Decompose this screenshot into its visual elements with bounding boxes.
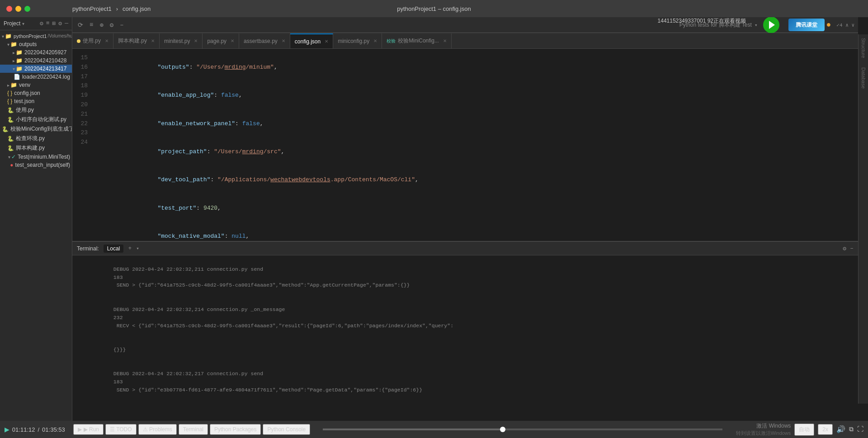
tencent-logo: 腾讯课堂 (788, 19, 825, 31)
terminal-settings-icon[interactable]: ⚙ (843, 245, 846, 252)
tab-page-py[interactable]: page.py ✕ (203, 33, 239, 48)
code-line-16: "enable_app_log": false, (94, 81, 858, 109)
sidebar-toolbar: ⚙ ≡ ⊞ ⚙ — (40, 20, 68, 27)
tree-config-json[interactable]: { } config.json (0, 89, 72, 97)
status-center: ▶ ▶ Run ☰ TODO ⚠ Problems Terminal Pytho… (70, 424, 314, 435)
terminal-line-1: DEBUG 2022-04-24 22:02:32,211 connection… (76, 257, 854, 297)
tree-folder3[interactable]: ▾ 📁 20220424213417 (0, 65, 72, 73)
split-icon[interactable]: ⊞ (52, 20, 56, 27)
sidebar-label: Project (4, 20, 20, 27)
tree-folder1[interactable]: ▸ 📁 20220424205927 (0, 48, 72, 57)
todo-button[interactable]: ☰ TODO (105, 424, 137, 435)
file-tree: ▾ 📁 pythonProject1 /Volumes/huace/APP自动化… (0, 30, 72, 171)
tree-folder2[interactable]: ▸ 📁 20220424210428 (0, 57, 72, 65)
tab-assertbase-py[interactable]: assertbase.py ✕ (239, 33, 290, 48)
sidebar-title: Project ▾ (4, 20, 24, 27)
tree-build-py[interactable]: 🐍 脚本构建.py (0, 143, 72, 153)
tab-use-py[interactable]: 使用.py ✕ (72, 33, 113, 48)
tree-check-py[interactable]: 🐍 检查环境.py (0, 134, 72, 143)
logo-area: 腾讯课堂 ● (788, 19, 831, 31)
activate-subtext: 转到设置以激活Windows (736, 430, 791, 437)
add-terminal-button[interactable]: + (128, 245, 132, 252)
tab-close-icon[interactable]: ✕ (231, 38, 234, 43)
tab-build-py[interactable]: 脚本构建.py ✕ (113, 33, 160, 48)
tab-miniconfig-py[interactable]: miniconfig.py ✕ (333, 33, 382, 48)
terminal-button[interactable]: Terminal (179, 424, 208, 435)
terminal-line-2: DEBUG 2022-04-24 22:02:32,214 connection… (76, 297, 854, 338)
sidebar-header: Project ▾ ⚙ ≡ ⊞ ⚙ — (0, 17, 72, 30)
tree-test-json[interactable]: { } test.json (0, 97, 72, 105)
python-packages-button[interactable]: Python Packages (210, 424, 261, 435)
tree-use-py[interactable]: 🐍 使用.py (0, 105, 72, 115)
tree-miniapp-py[interactable]: 🐍 小程序自动化测试.py (0, 115, 72, 124)
sync-icon[interactable]: ⟳ (76, 20, 85, 30)
split-icon[interactable]: ⊕ (98, 20, 105, 30)
structure-tab[interactable]: Structure (861, 38, 866, 58)
code-line-17: "enable_network_panel": false, (94, 110, 858, 138)
terminal-label: Terminal: (77, 245, 99, 252)
close-button[interactable] (6, 6, 12, 12)
code-line-15: "outputs": "/Users/mrding/minium", (94, 53, 858, 81)
maximize-button[interactable] (24, 6, 30, 12)
tab-verify-py[interactable]: 校验 校验MiniConfig... ✕ (382, 33, 452, 48)
auto-speed-button[interactable]: 自动 (794, 424, 814, 436)
tree-log[interactable]: 📄 loader20220424.log (0, 73, 72, 81)
tree-outputs[interactable]: ▾ 📁 outputs (0, 40, 72, 48)
progress-bar[interactable] (323, 429, 722, 430)
tab-close-icon[interactable]: ✕ (373, 38, 377, 43)
version-arrows[interactable]: ✓4 ∧ ∨ (836, 22, 854, 28)
tree-test-class[interactable]: ▾ ✓ Test(minium.MiniTest) (0, 153, 72, 161)
terminal-line-2b: {}}} (76, 338, 854, 362)
run-icon: ▶ (78, 426, 82, 433)
test-dropdown[interactable]: ▾ (755, 22, 758, 28)
database-tab[interactable]: Database (861, 67, 866, 89)
sidebar: Project ▾ ⚙ ≡ ⊞ ⚙ — ▾ 📁 pythonProject1 /… (0, 17, 72, 421)
terminal-close-icon[interactable]: – (850, 245, 854, 252)
terminal-dropdown[interactable]: ▾ (136, 245, 139, 251)
tree-verify-py[interactable]: 🐍 校验MiniConfig到底生成了什么数据.py (0, 124, 72, 134)
run-button[interactable]: ▶ ▶ Run (73, 424, 104, 435)
right-tabs: Structure Database (858, 34, 868, 404)
progress-thumb[interactable] (500, 427, 505, 432)
tab-close-icon[interactable]: ✕ (443, 38, 447, 43)
breadcrumb-project: pythonProject1 (72, 5, 112, 12)
run-play-button[interactable] (763, 17, 779, 33)
tab-close-icon[interactable]: ✕ (194, 38, 198, 43)
status-total-time: 01:35:53 (42, 426, 65, 433)
main-layout: Project ▾ ⚙ ≡ ⊞ ⚙ — ▾ 📁 pythonProject1 /… (0, 17, 868, 421)
minus-icon[interactable]: — (65, 20, 68, 27)
terminal-line-4: DEBUG 2022-04-24 22:02:32,233 connection… (76, 402, 854, 404)
tree-root[interactable]: ▾ 📁 pythonProject1 /Volumes/huace/APP自动化… (0, 32, 72, 40)
tab-close-icon[interactable]: ✕ (282, 38, 285, 43)
minimize-button[interactable] (15, 6, 21, 12)
tree-test-fn[interactable]: ● test_search_input(self) (0, 161, 72, 169)
code-content: 15 16 17 18 19 20 21 22 23 24 "outputs" (72, 49, 858, 258)
tab-minitest-py[interactable]: minitest.py ✕ (160, 33, 203, 48)
code-line-18: "project_path": "/Users/mrding/src", (94, 138, 858, 166)
speed-2x-button[interactable]: 2x (818, 424, 833, 435)
gear-icon[interactable]: ⚙ (58, 20, 62, 27)
tree-venv[interactable]: ▸ 📁 venv (0, 81, 72, 89)
python-console-button[interactable]: Python Console (263, 424, 310, 435)
tab-close-icon[interactable]: ✕ (151, 38, 155, 43)
breadcrumb-file: config.json (123, 5, 151, 12)
problems-button[interactable]: ⚠ Problems (138, 424, 177, 435)
tab-close-icon[interactable]: ✕ (325, 39, 328, 44)
pip-icon[interactable]: ⧉ (849, 426, 854, 433)
viewer-overlay: 1441152349337001 92正在观看视频 (658, 17, 746, 25)
settings-icon[interactable]: ⚙ (40, 20, 43, 27)
list-icon[interactable]: ≡ (88, 20, 95, 29)
code-line-20: "test_port": 9420, (94, 194, 858, 222)
window-controls[interactable] (6, 6, 30, 12)
settings-icon[interactable]: ⚙ (108, 20, 115, 30)
terminal-tab-local[interactable]: Local (104, 245, 124, 253)
terminal-body: DEBUG 2022-04-24 22:02:32,211 connection… (72, 255, 858, 404)
minus-icon[interactable]: – (118, 20, 125, 29)
fullscreen-icon[interactable]: ⛶ (857, 426, 863, 433)
sort-icon[interactable]: ≡ (46, 20, 50, 27)
status-play-button[interactable]: ▶ (5, 424, 9, 434)
volume-icon[interactable]: 🔊 (836, 425, 845, 434)
tab-config-json[interactable]: config.json ✕ (290, 33, 333, 48)
breadcrumb: pythonProject1 › config.json (72, 5, 151, 12)
tab-close-icon[interactable]: ✕ (105, 38, 108, 43)
